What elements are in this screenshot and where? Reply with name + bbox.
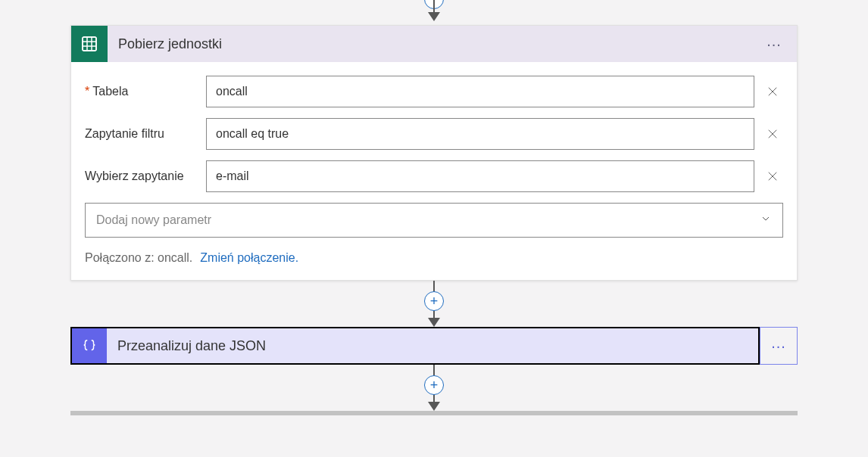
field-label-filter: Zapytanie filtru (85, 127, 164, 141)
card-header-parse-json[interactable]: Przeanalizuj dane JSON (70, 327, 760, 365)
connection-status: Połączono z: oncall. (85, 251, 192, 265)
chevron-down-icon (760, 213, 772, 228)
clear-table-icon[interactable] (762, 81, 783, 102)
table-icon (71, 26, 108, 62)
more-menu-icon[interactable]: ··· (759, 26, 789, 62)
field-label-select: Wybierz zapytanie (85, 169, 184, 183)
change-connection-link[interactable]: Zmień połączenie. (200, 251, 298, 265)
add-step-button-2[interactable]: + (424, 375, 444, 395)
clear-filter-icon[interactable] (762, 123, 783, 145)
clear-select-icon[interactable] (762, 166, 783, 187)
action-card-get-entities: Pobierz jednostki ··· *Tabela Zapytanie … (70, 25, 798, 281)
required-marker: * (85, 85, 89, 98)
more-menu-parse-json[interactable]: ··· (760, 327, 798, 365)
field-row-filter: Zapytanie filtru (85, 118, 783, 150)
next-card-peek (70, 411, 798, 415)
select-input[interactable] (206, 160, 754, 192)
table-input[interactable] (206, 76, 754, 107)
card-title-parse-json: Przeanalizuj dane JSON (107, 338, 266, 354)
filter-input[interactable] (206, 118, 754, 150)
add-parameter-placeholder: Dodaj nowy parametr (96, 213, 211, 227)
add-step-button[interactable]: + (424, 291, 444, 311)
field-row-select: Wybierz zapytanie (85, 160, 783, 192)
field-row-table: *Tabela (85, 76, 783, 107)
field-label-table: Tabela (92, 85, 128, 98)
add-parameter-dropdown[interactable]: Dodaj nowy parametr (85, 203, 783, 238)
svg-rect-0 (83, 37, 96, 51)
card-header[interactable]: Pobierz jednostki ··· (71, 26, 797, 62)
action-card-parse-json: Przeanalizuj dane JSON ··· (70, 327, 798, 365)
json-icon (72, 328, 107, 363)
card-title: Pobierz jednostki (108, 36, 222, 52)
